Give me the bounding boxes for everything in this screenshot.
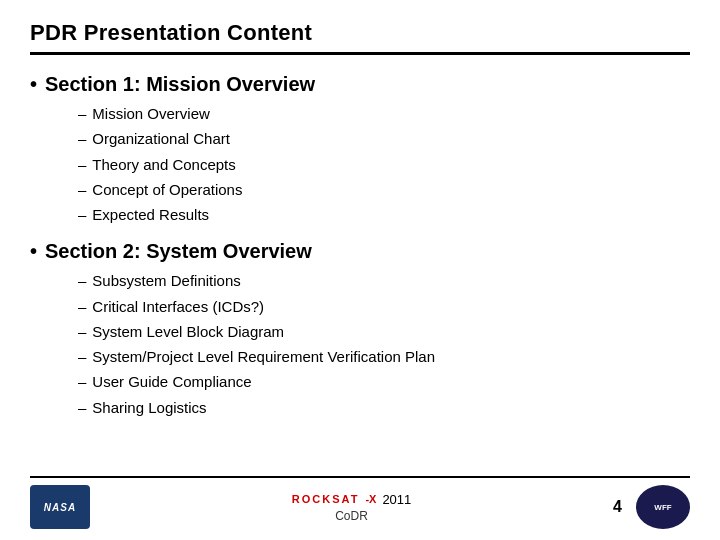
list-item: – Mission Overview [78,102,690,125]
dash-icon: – [78,396,86,419]
slide: PDR Presentation Content • Section 1: Mi… [0,0,720,540]
rocksat-logo: ROCKSAT [292,493,360,505]
list-item: – Theory and Concepts [78,153,690,176]
list-item: – Sharing Logistics [78,396,690,419]
section-2-subitems: – Subsystem Definitions – Critical Inter… [30,269,690,419]
list-item: – Concept of Operations [78,178,690,201]
list-item: – Subsystem Definitions [78,269,690,292]
wff-badge-container: WFF [636,485,690,529]
subitem-label: Subsystem Definitions [92,269,240,292]
subitem-label: System/Project Level Requirement Verific… [92,345,435,368]
dash-icon: – [78,178,86,201]
page-number: 4 [613,498,622,516]
footer-codr: CoDR [335,509,368,523]
subitem-label: Organizational Chart [92,127,230,150]
dash-icon: – [78,320,86,343]
footer-center: ROCKSAT -X 2011 CoDR [292,492,412,523]
section-1-label: Section 1: Mission Overview [45,73,315,96]
list-item: – User Guide Compliance [78,370,690,393]
subitem-label: Sharing Logistics [92,396,206,419]
list-item: – System Level Block Diagram [78,320,690,343]
list-item: – Expected Results [78,203,690,226]
section-1-subitems: – Mission Overview – Organizational Char… [30,102,690,226]
dash-icon: – [78,295,86,318]
subitem-label: Mission Overview [92,102,210,125]
footer-year: 2011 [382,492,411,507]
bullet-1: • [30,73,37,96]
dash-icon: – [78,102,86,125]
dash-icon: – [78,269,86,292]
dash-icon: – [78,370,86,393]
subitem-label: System Level Block Diagram [92,320,284,343]
subitem-label: User Guide Compliance [92,370,251,393]
section-1-item: • Section 1: Mission Overview – Mission … [30,73,690,226]
bullet-2: • [30,240,37,263]
section-2-label: Section 2: System Overview [45,240,312,263]
subitem-label: Concept of Operations [92,178,242,201]
content-area: • Section 1: Mission Overview – Mission … [30,73,690,476]
nasa-logo-container: NASA [30,485,90,529]
dash-icon: – [78,153,86,176]
section-1-header: • Section 1: Mission Overview [30,73,690,96]
nasa-logo: NASA [44,502,76,513]
title-area: PDR Presentation Content [30,20,690,55]
footer: NASA ROCKSAT -X 2011 CoDR 4 WFF [30,476,690,530]
dash-icon: – [78,345,86,368]
list-item: – Organizational Chart [78,127,690,150]
subitem-label: Expected Results [92,203,209,226]
list-item: – Critical Interfaces (ICDs?) [78,295,690,318]
subitem-label: Critical Interfaces (ICDs?) [92,295,264,318]
subitem-label: Theory and Concepts [92,153,235,176]
dash-icon: – [78,203,86,226]
wff-badge: WFF [654,503,671,512]
slide-title: PDR Presentation Content [30,20,690,46]
section-2-header: • Section 2: System Overview [30,240,690,263]
dash-icon: – [78,127,86,150]
list-item: – System/Project Level Requirement Verif… [78,345,690,368]
section-2-item: • Section 2: System Overview – Subsystem… [30,240,690,419]
